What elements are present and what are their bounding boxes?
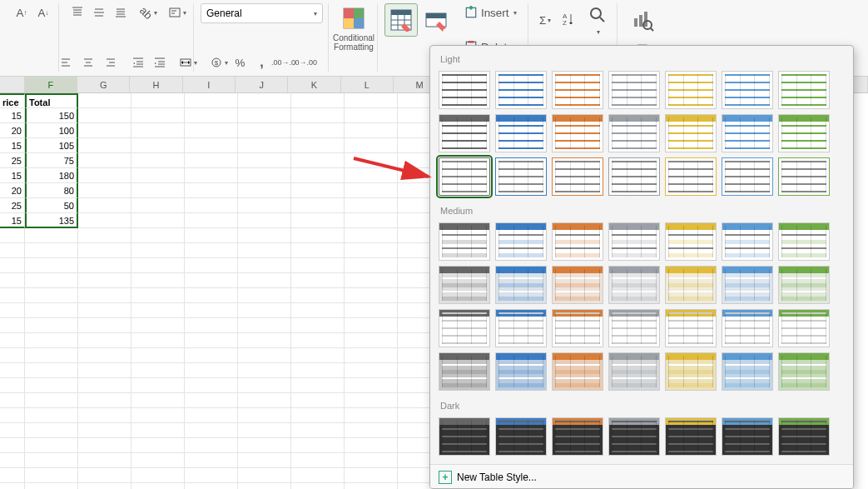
cell-empty[interactable] [0,408,25,423]
conditional-formatting-button[interactable]: Conditional Formatting [335,3,372,53]
cell-empty[interactable] [345,123,398,138]
cell-empty[interactable] [185,333,238,348]
cell-empty[interactable] [185,348,238,363]
cell-styles-button[interactable] [419,3,453,37]
comma-icon[interactable]: , [252,53,272,72]
insert-button[interactable]: Insert▾ [464,3,523,22]
cell-empty[interactable] [345,288,398,303]
cell-empty[interactable] [131,423,185,438]
cell-empty[interactable] [238,288,291,303]
cell-empty[interactable] [185,378,238,393]
decrease-decimal-icon[interactable]: .0→.00 [295,53,315,72]
cell-empty[interactable] [0,258,25,273]
cell-empty[interactable] [25,438,78,453]
table-style-thumb-36[interactable] [495,309,547,347]
cell-empty[interactable] [291,123,345,138]
cell-empty[interactable] [238,378,291,393]
cell[interactable]: 25 [0,198,25,213]
cell-empty[interactable] [78,333,131,348]
cell-empty[interactable] [0,273,25,288]
cell-empty[interactable] [291,318,345,333]
cell-empty[interactable] [345,333,398,348]
cell-empty[interactable] [78,258,131,273]
table-style-thumb-4[interactable] [665,71,717,109]
cell-empty[interactable] [238,423,291,438]
cell-empty[interactable] [131,333,185,348]
cell-empty[interactable] [0,243,25,258]
cell-empty[interactable] [131,468,185,483]
cell-empty[interactable] [185,423,238,438]
cell-empty[interactable] [345,438,398,453]
table-style-thumb-53[interactable] [665,417,717,456]
cell-empty[interactable] [345,393,398,408]
cell-empty[interactable] [238,318,291,333]
table-style-thumb-37[interactable] [552,309,603,347]
cell-empty[interactable] [185,198,238,213]
cell[interactable]: 100 [25,123,78,138]
cell-empty[interactable] [25,303,78,318]
cell-empty[interactable] [131,273,185,288]
cell-empty[interactable] [185,93,238,108]
new-table-style-button[interactable]: New Table Style... [457,472,537,483]
cell-empty[interactable] [345,273,398,288]
cell-empty[interactable] [185,123,238,138]
table-style-thumb-5[interactable] [722,71,773,109]
cell[interactable]: 50 [25,198,78,213]
cell-empty[interactable] [78,93,131,108]
table-style-thumb-54[interactable] [722,417,773,456]
cell-empty[interactable] [78,438,131,453]
table-style-thumb-19[interactable] [722,157,773,196]
cell-empty[interactable] [291,468,345,483]
cell-empty[interactable] [238,168,291,183]
cell-empty[interactable] [185,438,238,453]
analyze-data-button[interactable] [624,3,661,37]
cell[interactable]: 15 [0,213,25,228]
cell-empty[interactable] [131,258,185,273]
table-style-thumb-51[interactable] [552,417,603,456]
cell-empty[interactable] [238,123,291,138]
cell-empty[interactable] [131,243,185,258]
cell-empty[interactable] [185,183,238,198]
cell-empty[interactable] [345,213,398,228]
cell-empty[interactable] [238,93,291,108]
cell-empty[interactable] [0,378,25,393]
cell-empty[interactable] [345,228,398,243]
table-style-thumb-43[interactable] [495,352,547,391]
cell-empty[interactable] [291,423,345,438]
cell-empty[interactable] [78,123,131,138]
col-header-L[interactable]: L [341,77,394,92]
table-style-thumb-23[interactable] [552,222,603,261]
table-style-thumb-0[interactable] [439,71,490,109]
cell-empty[interactable] [185,318,238,333]
cell-empty[interactable] [291,393,345,408]
cell-empty[interactable] [238,408,291,423]
table-style-thumb-10[interactable] [608,114,660,152]
cell-empty[interactable] [131,483,185,489]
table-style-thumb-42[interactable] [439,352,490,391]
cell-empty[interactable] [238,393,291,408]
table-style-thumb-14[interactable] [439,157,490,196]
cell-empty[interactable] [291,258,345,273]
percent-icon[interactable]: % [231,53,250,72]
merge-cells-icon[interactable]: ▾ [178,53,198,72]
cell-empty[interactable] [0,228,25,243]
cell-empty[interactable] [185,288,238,303]
table-style-thumb-28[interactable] [439,266,490,304]
cell-empty[interactable] [238,303,291,318]
table-style-thumb-12[interactable] [722,114,773,152]
align-top-icon[interactable] [67,3,87,22]
cell-empty[interactable] [131,303,185,318]
autosum-icon[interactable]: Σ▾ [535,11,555,29]
cell-empty[interactable] [345,243,398,258]
currency-icon[interactable]: $▾ [209,53,229,72]
cell-empty[interactable] [345,468,398,483]
cell[interactable]: 80 [25,183,78,198]
cell-empty[interactable] [238,138,291,153]
cell-empty[interactable] [185,213,238,228]
cell-empty[interactable] [345,318,398,333]
cell[interactable]: 15 [0,138,25,153]
cell-empty[interactable] [131,138,185,153]
cell-empty[interactable] [131,168,185,183]
cell-empty[interactable] [238,153,291,168]
cell-empty[interactable] [131,108,185,123]
